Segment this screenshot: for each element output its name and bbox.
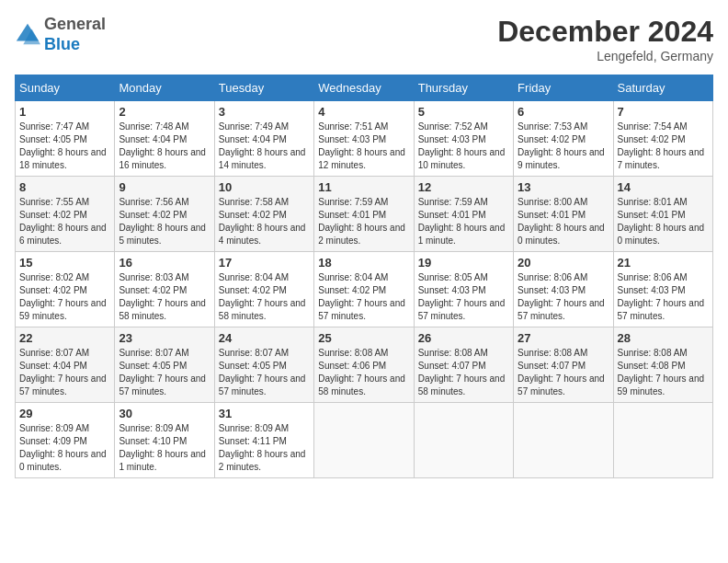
day-info: Sunrise: 7:47 AM Sunset: 4:05 PM Dayligh… bbox=[19, 121, 110, 172]
calendar-cell: 17Sunrise: 8:04 AM Sunset: 4:02 PM Dayli… bbox=[214, 252, 313, 327]
weekday-header: Wednesday bbox=[314, 75, 414, 101]
calendar-table: SundayMondayTuesdayWednesdayThursdayFrid… bbox=[15, 75, 713, 478]
day-number: 26 bbox=[418, 331, 509, 345]
day-number: 13 bbox=[518, 180, 609, 194]
day-info: Sunrise: 8:04 AM Sunset: 4:02 PM Dayligh… bbox=[219, 271, 310, 323]
day-number: 3 bbox=[219, 105, 310, 119]
calendar-week-row: 8Sunrise: 7:55 AM Sunset: 4:02 PM Daylig… bbox=[16, 177, 713, 252]
day-number: 2 bbox=[119, 105, 210, 119]
day-info: Sunrise: 8:05 AM Sunset: 4:03 PM Dayligh… bbox=[418, 271, 509, 323]
logo: General Blue bbox=[15, 15, 106, 54]
day-number: 29 bbox=[19, 407, 110, 420]
day-number: 15 bbox=[19, 256, 110, 270]
day-info: Sunrise: 7:59 AM Sunset: 4:01 PM Dayligh… bbox=[418, 196, 509, 247]
day-number: 10 bbox=[219, 180, 310, 194]
title-block: December 2024 Lengefeld, Germany bbox=[497, 15, 713, 63]
day-number: 12 bbox=[418, 180, 509, 194]
day-number: 9 bbox=[119, 180, 210, 194]
day-info: Sunrise: 7:56 AM Sunset: 4:02 PM Dayligh… bbox=[119, 196, 210, 247]
day-info: Sunrise: 8:03 AM Sunset: 4:02 PM Dayligh… bbox=[119, 271, 210, 323]
calendar-cell: 13Sunrise: 8:00 AM Sunset: 4:01 PM Dayli… bbox=[514, 177, 613, 252]
calendar-cell: 18Sunrise: 8:04 AM Sunset: 4:02 PM Dayli… bbox=[314, 252, 414, 327]
logo-icon bbox=[15, 22, 40, 48]
calendar-week-row: 22Sunrise: 8:07 AM Sunset: 4:04 PM Dayli… bbox=[16, 327, 713, 403]
logo-general: General bbox=[44, 15, 106, 33]
calendar-cell: 24Sunrise: 8:07 AM Sunset: 4:05 PM Dayli… bbox=[214, 327, 313, 403]
weekday-header: Saturday bbox=[613, 75, 712, 101]
day-number: 4 bbox=[318, 105, 409, 119]
day-number: 30 bbox=[119, 407, 210, 420]
day-info: Sunrise: 8:07 AM Sunset: 4:05 PM Dayligh… bbox=[219, 347, 310, 398]
day-info: Sunrise: 8:07 AM Sunset: 4:05 PM Dayligh… bbox=[119, 347, 210, 398]
calendar-cell: 21Sunrise: 8:06 AM Sunset: 4:03 PM Dayli… bbox=[613, 252, 712, 327]
day-info: Sunrise: 8:09 AM Sunset: 4:09 PM Dayligh… bbox=[19, 422, 110, 474]
day-info: Sunrise: 7:55 AM Sunset: 4:02 PM Dayligh… bbox=[19, 196, 110, 247]
day-info: Sunrise: 8:01 AM Sunset: 4:01 PM Dayligh… bbox=[618, 196, 709, 247]
weekday-header: Tuesday bbox=[214, 75, 313, 101]
day-number: 20 bbox=[518, 256, 609, 270]
weekday-header: Friday bbox=[514, 75, 613, 101]
location-label: Lengefeld, Germany bbox=[497, 49, 713, 63]
calendar-cell: 26Sunrise: 8:08 AM Sunset: 4:07 PM Dayli… bbox=[414, 327, 513, 403]
calendar-cell: 9Sunrise: 7:56 AM Sunset: 4:02 PM Daylig… bbox=[115, 177, 214, 252]
day-number: 19 bbox=[418, 256, 509, 270]
weekday-header: Monday bbox=[115, 75, 214, 101]
calendar-cell: 27Sunrise: 8:08 AM Sunset: 4:07 PM Dayli… bbox=[514, 327, 613, 403]
day-number: 16 bbox=[119, 256, 210, 270]
weekday-header: Thursday bbox=[414, 75, 513, 101]
calendar-cell: 6Sunrise: 7:53 AM Sunset: 4:02 PM Daylig… bbox=[514, 101, 613, 177]
day-number: 24 bbox=[219, 331, 310, 345]
calendar-cell bbox=[514, 403, 613, 478]
day-number: 17 bbox=[219, 256, 310, 270]
day-info: Sunrise: 7:52 AM Sunset: 4:03 PM Dayligh… bbox=[418, 121, 509, 172]
calendar-cell bbox=[613, 403, 712, 478]
day-info: Sunrise: 8:00 AM Sunset: 4:01 PM Dayligh… bbox=[518, 196, 609, 247]
calendar-cell: 20Sunrise: 8:06 AM Sunset: 4:03 PM Dayli… bbox=[514, 252, 613, 327]
day-number: 8 bbox=[19, 180, 110, 194]
weekday-header: Sunday bbox=[16, 75, 115, 101]
day-number: 22 bbox=[19, 331, 110, 345]
calendar-cell: 8Sunrise: 7:55 AM Sunset: 4:02 PM Daylig… bbox=[16, 177, 115, 252]
day-info: Sunrise: 8:04 AM Sunset: 4:02 PM Dayligh… bbox=[318, 271, 409, 323]
day-number: 21 bbox=[618, 256, 709, 270]
calendar-cell: 12Sunrise: 7:59 AM Sunset: 4:01 PM Dayli… bbox=[414, 177, 513, 252]
calendar-cell: 25Sunrise: 8:08 AM Sunset: 4:06 PM Dayli… bbox=[314, 327, 414, 403]
day-info: Sunrise: 8:06 AM Sunset: 4:03 PM Dayligh… bbox=[518, 271, 609, 323]
day-number: 11 bbox=[318, 180, 409, 194]
day-number: 5 bbox=[418, 105, 509, 119]
calendar-cell: 30Sunrise: 8:09 AM Sunset: 4:10 PM Dayli… bbox=[115, 403, 214, 478]
day-info: Sunrise: 8:08 AM Sunset: 4:08 PM Dayligh… bbox=[618, 347, 709, 398]
day-info: Sunrise: 8:08 AM Sunset: 4:06 PM Dayligh… bbox=[318, 347, 409, 398]
calendar-cell: 22Sunrise: 8:07 AM Sunset: 4:04 PM Dayli… bbox=[16, 327, 115, 403]
calendar-week-row: 15Sunrise: 8:02 AM Sunset: 4:02 PM Dayli… bbox=[16, 252, 713, 327]
day-number: 27 bbox=[518, 331, 609, 345]
page-header: General Blue December 2024 Lengefeld, Ge… bbox=[15, 15, 713, 63]
calendar-cell: 19Sunrise: 8:05 AM Sunset: 4:03 PM Dayli… bbox=[414, 252, 513, 327]
calendar-cell: 3Sunrise: 7:49 AM Sunset: 4:04 PM Daylig… bbox=[214, 101, 313, 177]
calendar-cell: 31Sunrise: 8:09 AM Sunset: 4:11 PM Dayli… bbox=[214, 403, 313, 478]
day-number: 6 bbox=[518, 105, 609, 119]
day-info: Sunrise: 7:59 AM Sunset: 4:01 PM Dayligh… bbox=[318, 196, 409, 247]
calendar-cell: 10Sunrise: 7:58 AM Sunset: 4:02 PM Dayli… bbox=[214, 177, 313, 252]
month-title: December 2024 bbox=[497, 15, 713, 49]
logo-blue: Blue bbox=[44, 35, 80, 53]
day-number: 28 bbox=[618, 331, 709, 345]
calendar-cell: 2Sunrise: 7:48 AM Sunset: 4:04 PM Daylig… bbox=[115, 101, 214, 177]
calendar-cell: 29Sunrise: 8:09 AM Sunset: 4:09 PM Dayli… bbox=[16, 403, 115, 478]
day-info: Sunrise: 7:48 AM Sunset: 4:04 PM Dayligh… bbox=[119, 121, 210, 172]
day-info: Sunrise: 8:09 AM Sunset: 4:11 PM Dayligh… bbox=[219, 422, 310, 474]
day-number: 25 bbox=[318, 331, 409, 345]
day-number: 1 bbox=[19, 105, 110, 119]
calendar-cell: 23Sunrise: 8:07 AM Sunset: 4:05 PM Dayli… bbox=[115, 327, 214, 403]
day-info: Sunrise: 8:06 AM Sunset: 4:03 PM Dayligh… bbox=[618, 271, 709, 323]
day-info: Sunrise: 8:08 AM Sunset: 4:07 PM Dayligh… bbox=[418, 347, 509, 398]
day-number: 14 bbox=[618, 180, 709, 194]
day-info: Sunrise: 8:07 AM Sunset: 4:04 PM Dayligh… bbox=[19, 347, 110, 398]
calendar-cell: 14Sunrise: 8:01 AM Sunset: 4:01 PM Dayli… bbox=[613, 177, 712, 252]
day-info: Sunrise: 7:49 AM Sunset: 4:04 PM Dayligh… bbox=[219, 121, 310, 172]
calendar-cell: 4Sunrise: 7:51 AM Sunset: 4:03 PM Daylig… bbox=[314, 101, 414, 177]
day-number: 18 bbox=[318, 256, 409, 270]
day-info: Sunrise: 7:58 AM Sunset: 4:02 PM Dayligh… bbox=[219, 196, 310, 247]
day-info: Sunrise: 8:02 AM Sunset: 4:02 PM Dayligh… bbox=[19, 271, 110, 323]
calendar-cell: 7Sunrise: 7:54 AM Sunset: 4:02 PM Daylig… bbox=[613, 101, 712, 177]
